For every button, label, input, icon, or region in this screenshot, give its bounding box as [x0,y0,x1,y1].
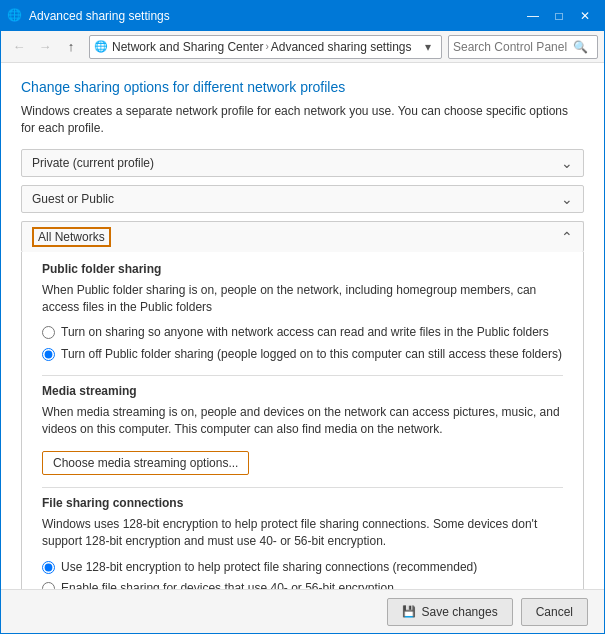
section-guest[interactable]: Guest or Public ⌄ [21,185,584,213]
section-guest-label: Guest or Public [32,192,114,206]
subsection-public-folder-title: Public folder sharing [42,262,563,276]
title-bar: 🌐 Advanced sharing settings — □ ✕ [1,1,604,31]
radio-pf-on-label: Turn on sharing so anyone with network a… [61,324,549,341]
radio-enc-128[interactable]: Use 128-bit encryption to help protect f… [42,559,563,576]
back-button[interactable]: ← [7,35,31,59]
main-window: 🌐 Advanced sharing settings — □ ✕ ← → ↑ … [0,0,605,634]
search-icon: 🔍 [573,40,588,54]
radio-enc-40-label: Enable file sharing for devices that use… [61,580,394,589]
page-description: Windows creates a separate network profi… [21,103,584,137]
radio-pf-on[interactable]: Turn on sharing so anyone with network a… [42,324,563,341]
address-part-1: Network and Sharing Center [112,40,263,54]
title-bar-controls: — □ ✕ [520,5,598,27]
radio-enc-128-label: Use 128-bit encryption to help protect f… [61,559,477,576]
footer: 💾 Save changes Cancel [1,589,604,633]
section-private-chevron: ⌄ [561,155,573,171]
address-part-2: Advanced sharing settings [271,40,412,54]
subsection-media-desc: When media streaming is on, people and d… [42,404,563,439]
section-all-networks[interactable]: All Networks ⌃ [21,221,584,252]
section-private[interactable]: Private (current profile) ⌄ [21,149,584,177]
subsection-file-sharing-title: File sharing connections [42,496,563,510]
save-icon: 💾 [402,605,416,618]
radio-enc-40[interactable]: Enable file sharing for devices that use… [42,580,563,589]
radio-pf-off-label: Turn off Public folder sharing (people l… [61,346,562,363]
minimize-button[interactable]: — [520,5,546,27]
radio-pf-on-input[interactable] [42,326,55,339]
address-icon: 🌐 [94,40,108,53]
content-area: Change sharing options for different net… [1,63,604,589]
address-dropdown-button[interactable]: ▾ [419,40,437,54]
up-button[interactable]: ↑ [59,35,83,59]
section-guest-chevron: ⌄ [561,191,573,207]
section-all-networks-chevron: ⌃ [561,229,573,245]
subsection-media-title: Media streaming [42,384,563,398]
window-title: Advanced sharing settings [29,9,520,23]
file-sharing-radio-group: Use 128-bit encryption to help protect f… [42,559,563,589]
maximize-button[interactable]: □ [546,5,572,27]
radio-pf-off-input[interactable] [42,348,55,361]
subsection-file-sharing-desc: Windows uses 128-bit encryption to help … [42,516,563,551]
subsection-public-folder-desc: When Public folder sharing is on, people… [42,282,563,317]
address-separator: › [265,41,268,52]
radio-enc-128-input[interactable] [42,561,55,574]
page-title: Change sharing options for different net… [21,79,584,95]
divider-1 [42,375,563,376]
search-input[interactable] [453,40,573,54]
media-streaming-link[interactable]: Choose media streaming options... [42,451,249,475]
save-button-label: Save changes [422,605,498,619]
section-private-label: Private (current profile) [32,156,154,170]
radio-pf-off[interactable]: Turn off Public folder sharing (people l… [42,346,563,363]
public-folder-radio-group: Turn on sharing so anyone with network a… [42,324,563,363]
radio-enc-40-input[interactable] [42,582,55,589]
close-button[interactable]: ✕ [572,5,598,27]
address-bar[interactable]: 🌐 Network and Sharing Center › Advanced … [89,35,442,59]
divider-2 [42,487,563,488]
search-box[interactable]: 🔍 [448,35,598,59]
cancel-button[interactable]: Cancel [521,598,588,626]
toolbar: ← → ↑ 🌐 Network and Sharing Center › Adv… [1,31,604,63]
section-all-networks-label: All Networks [32,227,111,247]
forward-button[interactable]: → [33,35,57,59]
address-path: Network and Sharing Center › Advanced sh… [112,40,419,54]
section-all-networks-body: Public folder sharing When Public folder… [21,252,584,589]
window-icon: 🌐 [7,8,23,24]
save-button[interactable]: 💾 Save changes [387,598,513,626]
